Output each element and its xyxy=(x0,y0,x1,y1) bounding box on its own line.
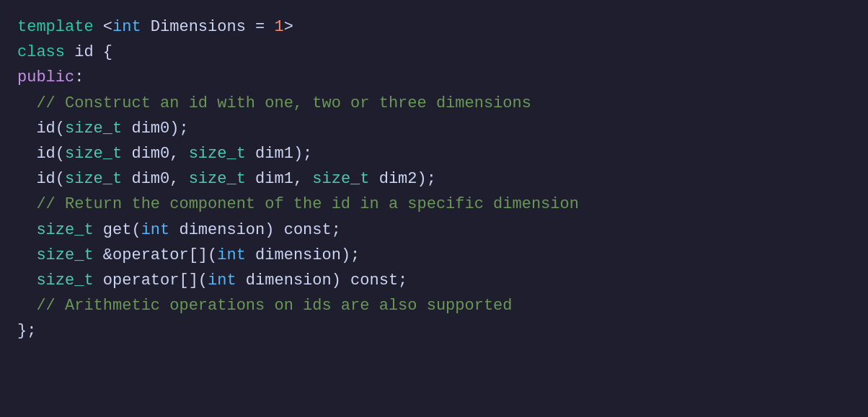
code-token: dim0, xyxy=(122,145,188,163)
code-token: id { xyxy=(65,43,112,61)
code-token: // Arithmetic operations on ids are also… xyxy=(17,297,513,315)
code-token: size_t xyxy=(36,221,93,239)
code-token: operator[]( xyxy=(94,272,208,290)
code-token: // Return the component of the id in a s… xyxy=(17,195,579,213)
code-token: > xyxy=(284,18,293,36)
code-token: dim2); xyxy=(370,170,436,188)
code-line: class id { xyxy=(17,40,851,65)
code-token: id( xyxy=(17,170,65,188)
code-line: size_t operator[](int dimension) const; xyxy=(17,268,851,293)
code-line: size_t get(int dimension) const; xyxy=(17,218,851,243)
code-line: public: xyxy=(17,65,851,90)
code-token: Dimensions = xyxy=(141,18,275,36)
code-token: // Construct an id with one, two or thre… xyxy=(17,94,531,112)
code-line: template <int Dimensions = 1> xyxy=(17,14,851,40)
code-token: size_t xyxy=(65,145,122,163)
code-token: size_t xyxy=(65,120,122,138)
code-line: }; xyxy=(17,318,851,344)
code-token: : xyxy=(74,68,84,86)
code-display: template <int Dimensions = 1>class id {p… xyxy=(17,14,851,344)
code-token: int xyxy=(141,221,170,239)
code-token: < xyxy=(94,18,112,36)
code-line: id(size_t dim0); xyxy=(17,116,851,141)
code-token: id( xyxy=(17,120,65,138)
code-token: size_t xyxy=(189,145,246,163)
code-line: id(size_t dim0, size_t dim1); xyxy=(17,141,851,166)
code-line: size_t &operator[](int dimension); xyxy=(17,243,851,268)
code-line: // Construct an id with one, two or thre… xyxy=(17,91,851,116)
code-token: dim1); xyxy=(246,145,312,163)
code-token: template xyxy=(17,18,94,36)
code-token: size_t xyxy=(65,170,122,188)
code-line: // Return the component of the id in a s… xyxy=(17,192,851,217)
code-token: int xyxy=(208,272,236,290)
code-token: dim1, xyxy=(246,170,312,188)
code-token: class xyxy=(17,43,65,61)
code-token: dimension) const; xyxy=(169,221,341,239)
code-token: dimension) const; xyxy=(236,272,408,290)
code-line: // Arithmetic operations on ids are also… xyxy=(17,293,851,318)
code-token: size_t xyxy=(189,170,246,188)
code-token xyxy=(17,272,36,290)
code-line: id(size_t dim0, size_t dim1, size_t dim2… xyxy=(17,166,851,192)
code-token: size_t xyxy=(36,246,93,264)
code-token: size_t xyxy=(36,272,93,290)
code-token: int xyxy=(112,18,141,36)
code-token xyxy=(17,221,36,239)
code-token: 1 xyxy=(274,18,283,36)
code-token: public xyxy=(17,68,74,86)
code-token: size_t xyxy=(312,170,369,188)
code-token xyxy=(17,246,36,264)
code-token: int xyxy=(217,246,246,264)
code-token: id( xyxy=(17,145,65,163)
code-token: dim0); xyxy=(122,120,188,138)
code-token: &operator[]( xyxy=(94,246,218,264)
code-token: }; xyxy=(17,322,36,340)
code-token: dim0, xyxy=(122,170,188,188)
code-token: get( xyxy=(94,221,141,239)
code-token: dimension); xyxy=(246,246,360,264)
